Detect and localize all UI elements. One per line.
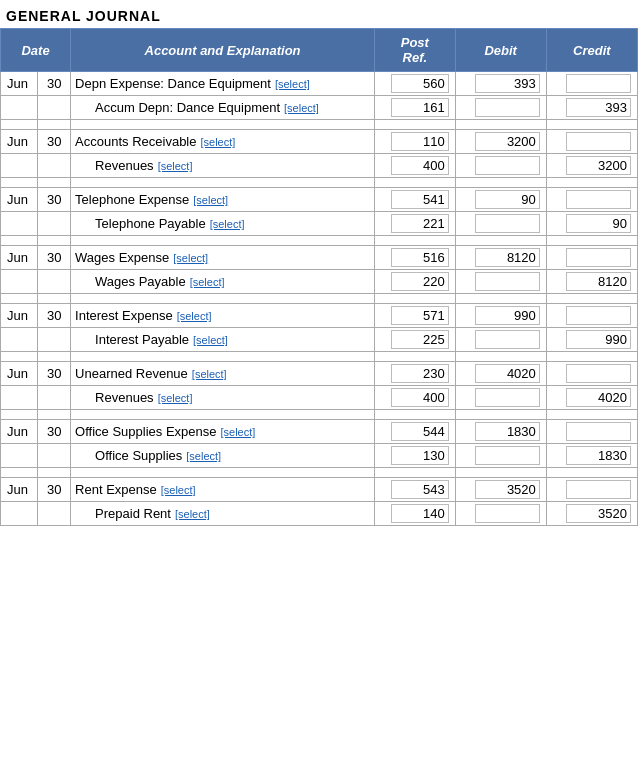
select-link[interactable]: [select] xyxy=(275,78,310,90)
credit-cell[interactable] xyxy=(546,362,637,386)
post-ref-input[interactable] xyxy=(391,214,449,233)
credit-cell[interactable] xyxy=(546,130,637,154)
post-ref-cell[interactable] xyxy=(374,304,455,328)
post-ref-cell[interactable] xyxy=(374,96,455,120)
post-ref-input[interactable] xyxy=(391,272,449,291)
post-ref-cell[interactable] xyxy=(374,188,455,212)
debit-cell[interactable] xyxy=(455,420,546,444)
post-ref-input[interactable] xyxy=(391,446,449,465)
debit-input[interactable] xyxy=(475,422,540,441)
credit-input[interactable] xyxy=(566,98,631,117)
post-ref-cell[interactable] xyxy=(374,362,455,386)
debit-cell[interactable] xyxy=(455,130,546,154)
debit-input[interactable] xyxy=(475,306,540,325)
credit-input[interactable] xyxy=(566,504,631,523)
credit-cell[interactable] xyxy=(546,72,637,96)
credit-cell[interactable] xyxy=(546,212,637,236)
credit-cell[interactable] xyxy=(546,444,637,468)
credit-cell[interactable] xyxy=(546,154,637,178)
debit-input[interactable] xyxy=(475,132,540,151)
select-link[interactable]: [select] xyxy=(177,310,212,322)
credit-input[interactable] xyxy=(566,422,631,441)
post-ref-cell[interactable] xyxy=(374,270,455,294)
debit-cell[interactable] xyxy=(455,444,546,468)
credit-cell[interactable] xyxy=(546,188,637,212)
credit-input[interactable] xyxy=(566,364,631,383)
debit-input[interactable] xyxy=(475,98,540,117)
select-link[interactable]: [select] xyxy=(175,508,210,520)
post-ref-cell[interactable] xyxy=(374,502,455,526)
select-link[interactable]: [select] xyxy=(220,426,255,438)
select-link[interactable]: [select] xyxy=(186,450,221,462)
credit-cell[interactable] xyxy=(546,304,637,328)
post-ref-cell[interactable] xyxy=(374,328,455,352)
debit-cell[interactable] xyxy=(455,72,546,96)
credit-input[interactable] xyxy=(566,214,631,233)
post-ref-cell[interactable] xyxy=(374,72,455,96)
debit-input[interactable] xyxy=(475,74,540,93)
select-link[interactable]: [select] xyxy=(192,368,227,380)
credit-cell[interactable] xyxy=(546,96,637,120)
debit-cell[interactable] xyxy=(455,246,546,270)
post-ref-cell[interactable] xyxy=(374,154,455,178)
debit-cell[interactable] xyxy=(455,212,546,236)
post-ref-input[interactable] xyxy=(391,480,449,499)
debit-input[interactable] xyxy=(475,388,540,407)
post-ref-cell[interactable] xyxy=(374,478,455,502)
post-ref-input[interactable] xyxy=(391,330,449,349)
post-ref-input[interactable] xyxy=(391,306,449,325)
credit-input[interactable] xyxy=(566,306,631,325)
select-link[interactable]: [select] xyxy=(193,194,228,206)
debit-input[interactable] xyxy=(475,364,540,383)
post-ref-input[interactable] xyxy=(391,504,449,523)
credit-cell[interactable] xyxy=(546,328,637,352)
post-ref-cell[interactable] xyxy=(374,444,455,468)
post-ref-input[interactable] xyxy=(391,190,449,209)
post-ref-input[interactable] xyxy=(391,364,449,383)
post-ref-input[interactable] xyxy=(391,156,449,175)
debit-input[interactable] xyxy=(475,504,540,523)
debit-cell[interactable] xyxy=(455,270,546,294)
credit-input[interactable] xyxy=(566,74,631,93)
select-link[interactable]: [select] xyxy=(161,484,196,496)
debit-cell[interactable] xyxy=(455,328,546,352)
credit-input[interactable] xyxy=(566,190,631,209)
credit-cell[interactable] xyxy=(546,478,637,502)
debit-cell[interactable] xyxy=(455,502,546,526)
debit-input[interactable] xyxy=(475,214,540,233)
credit-input[interactable] xyxy=(566,132,631,151)
post-ref-input[interactable] xyxy=(391,422,449,441)
debit-input[interactable] xyxy=(475,248,540,267)
post-ref-input[interactable] xyxy=(391,74,449,93)
select-link[interactable]: [select] xyxy=(158,160,193,172)
credit-cell[interactable] xyxy=(546,420,637,444)
post-ref-input[interactable] xyxy=(391,132,449,151)
debit-cell[interactable] xyxy=(455,386,546,410)
debit-cell[interactable] xyxy=(455,478,546,502)
debit-cell[interactable] xyxy=(455,362,546,386)
debit-input[interactable] xyxy=(475,156,540,175)
credit-cell[interactable] xyxy=(546,502,637,526)
debit-input[interactable] xyxy=(475,330,540,349)
debit-input[interactable] xyxy=(475,446,540,465)
select-link[interactable]: [select] xyxy=(190,276,225,288)
post-ref-cell[interactable] xyxy=(374,420,455,444)
post-ref-input[interactable] xyxy=(391,388,449,407)
credit-input[interactable] xyxy=(566,330,631,349)
credit-input[interactable] xyxy=(566,446,631,465)
select-link[interactable]: [select] xyxy=(200,136,235,148)
post-ref-cell[interactable] xyxy=(374,246,455,270)
post-ref-cell[interactable] xyxy=(374,130,455,154)
credit-input[interactable] xyxy=(566,272,631,291)
select-link[interactable]: [select] xyxy=(158,392,193,404)
post-ref-input[interactable] xyxy=(391,98,449,117)
select-link[interactable]: [select] xyxy=(210,218,245,230)
post-ref-cell[interactable] xyxy=(374,212,455,236)
debit-cell[interactable] xyxy=(455,188,546,212)
post-ref-cell[interactable] xyxy=(374,386,455,410)
debit-cell[interactable] xyxy=(455,304,546,328)
credit-cell[interactable] xyxy=(546,246,637,270)
select-link[interactable]: [select] xyxy=(284,102,319,114)
debit-cell[interactable] xyxy=(455,96,546,120)
debit-input[interactable] xyxy=(475,480,540,499)
